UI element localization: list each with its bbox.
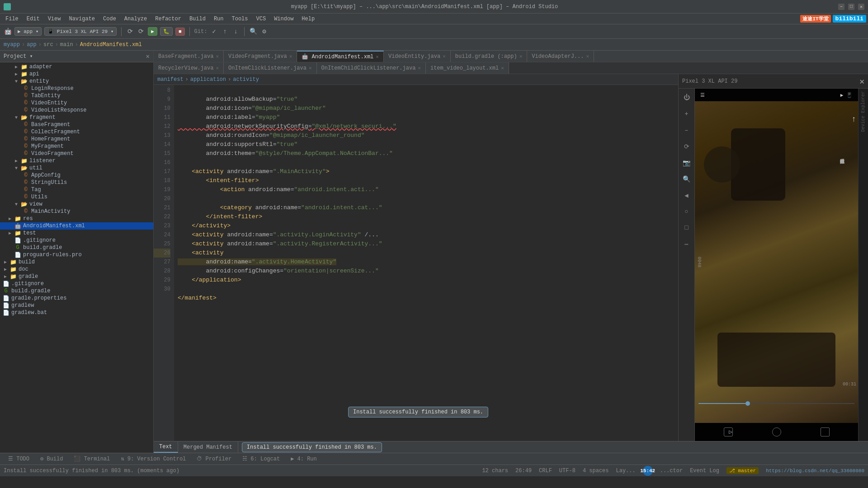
time-badge[interactable]: 15:42 [643,466,653,476]
tree-item-res[interactable]: ▶ 📁 res [0,215,153,222]
menu-build[interactable]: Build [186,15,209,23]
tree-item-loginresponse[interactable]: © LoginResponse [0,85,153,92]
tree-item-gitignore-app[interactable]: 📄 .gitignore [0,237,153,244]
tab-onitemchildclick[interactable]: OnItemChildClickListener.java ✕ [317,62,426,74]
tree-item-utils[interactable]: © Utils [0,193,153,201]
emu-back-btn[interactable]: ◀ [681,190,692,201]
breadcrumb-manifest[interactable]: AndroidManifest.xml [80,42,142,48]
tree-item-listener[interactable]: ▶ 📁 listener [0,157,153,164]
tree-item-appconfig[interactable]: © AppConfig [0,172,153,179]
search-icon[interactable]: 🔍 [249,28,257,36]
menu-tools[interactable]: Tools [228,15,252,23]
tree-item-myfragment[interactable]: © MyFragment [0,143,153,150]
tab-recyclerview[interactable]: RecyclerView.java ✕ [154,62,224,74]
tree-item-gradlew-bat[interactable]: 📄 gradlew.bat [0,309,153,316]
tree-item-api[interactable]: ▶ 📁 api [0,70,153,78]
menu-window[interactable]: Window [270,15,297,23]
tree-item-buildgradle-app[interactable]: G build.gradle [0,244,153,251]
settings-icon[interactable]: ⚙ [260,28,268,36]
tab-close-videoadapter[interactable]: ✕ [586,53,589,59]
tree-item-tabentity[interactable]: © TabEntity [0,92,153,99]
tab-close-recyclerview[interactable]: ✕ [216,65,219,71]
git-push-icon[interactable]: ↑ [221,28,229,36]
tab-close-onitemchildclick[interactable]: ✕ [418,65,421,71]
text-tab-text[interactable]: Text [154,441,178,453]
maximize-button[interactable]: □ [848,4,854,10]
menu-file[interactable]: File [2,15,22,23]
tree-item-proguard[interactable]: 📄 proguard-rules.pro [0,251,153,258]
emu-volume-up-btn[interactable]: + [681,108,692,119]
tab-basefragment[interactable]: BaseFragment.java ✕ [154,51,224,62]
emu-zoom-btn[interactable]: 🔍 [681,174,692,184]
bottom-tab-vcs[interactable]: ⇅ 9: Version Control [116,455,190,463]
menu-navigate[interactable]: Navigate [65,15,99,23]
emu-power-btn[interactable]: ⏻ [681,92,692,103]
tree-item-fragment[interactable]: ▼ 📂 fragment [0,114,153,121]
tab-buildgradle-app[interactable]: build.gradle (:app) ✕ [451,51,527,62]
bottom-tab-todo[interactable]: ☰ TODO [4,455,34,463]
tab-close-buildgradle[interactable]: ✕ [519,53,523,59]
tab-videoentity[interactable]: VideoEntity.java ✕ [384,51,451,62]
git-check-icon[interactable]: ✓ [210,28,218,36]
emu-more-btn[interactable]: ⋯ [681,239,692,249]
tree-item-gradlew[interactable]: 📄 gradlew [0,302,153,309]
tab-close-basefragment[interactable]: ✕ [216,53,219,59]
tab-onitemclick[interactable]: OnItemClickListener.java ✕ [224,62,316,74]
sync-icon[interactable]: ⟳ [126,28,134,36]
bottom-tab-build[interactable]: ⚙ Build [36,455,67,463]
tree-item-build-root[interactable]: ▶ 📁 build [0,258,153,266]
tab-videoadapter[interactable]: VideoAdapterJ... ✕ [527,51,594,62]
tab-videofragment[interactable]: VideoFragment.java ✕ [224,51,297,62]
phone-home-btn[interactable] [772,427,781,436]
code-editor[interactable]: manifest › application › activity 8 9 10… [154,74,678,441]
emu-volume-down-btn[interactable]: – [681,125,692,136]
tab-close-videoentity[interactable]: ✕ [443,53,446,59]
tree-item-view[interactable]: ▼ 📂 view [0,201,153,208]
close-button[interactable]: ✕ [858,4,864,10]
bottom-tab-terminal[interactable]: ⬛ Terminal [69,455,114,463]
minimize-button[interactable]: – [838,4,844,10]
tree-item-androidmanifest[interactable]: 🤖 AndroidManifest.xml [0,222,153,230]
nav-activity[interactable]: activity [233,76,259,83]
emu-screenshot-btn[interactable]: 📷 [681,157,692,168]
tab-itemvideolayout[interactable]: item_video_layout.xml ✕ [426,62,509,74]
tab-close-onitemclick[interactable]: ✕ [309,65,312,71]
tab-close-itemvideolayout[interactable]: ✕ [501,65,504,71]
tab-close-videofragment[interactable]: ✕ [289,53,292,59]
tree-item-videolistresponse[interactable]: © VideoListResponse [0,107,153,114]
menu-run[interactable]: Run [210,15,227,23]
device-selector[interactable]: 📱 Pixel 3 XL API 29 ▾ [44,27,117,36]
bottom-tab-logcat[interactable]: ☵ 6: Logcat [238,455,284,463]
stop-button[interactable]: ■ [175,28,185,36]
phone-recents-btn[interactable] [821,427,830,436]
tree-item-collectfragment[interactable]: © CollectFragment [0,128,153,136]
tree-item-doc[interactable]: ▶ 📁 doc [0,266,153,273]
tree-item-util[interactable]: ▼ 📂 util [0,164,153,172]
emulator-close-btn[interactable]: ✕ [859,76,864,86]
tab-androidmanifest[interactable]: 🤖 AndroidManifest.xml ✕ [297,51,384,62]
debug-button[interactable]: 🐛 [160,27,173,36]
nav-application[interactable]: application [190,76,226,83]
breadcrumb-main[interactable]: main [60,42,73,48]
menu-refactor[interactable]: Refactor [151,15,185,23]
tree-item-videoentity[interactable]: © VideoEntity [0,99,153,107]
tab-close-androidmanifest[interactable]: ✕ [376,54,379,60]
text-tab-merged[interactable]: Merged Manifest [178,441,238,453]
breadcrumb-src[interactable]: src [43,42,53,48]
menu-view[interactable]: View [44,15,65,23]
tree-item-adapter[interactable]: ▶ 📁 adapter [0,63,153,70]
breadcrumb-app[interactable]: app [27,42,37,48]
tree-item-homefragment[interactable]: © HomeFragment [0,136,153,143]
tree-item-stringutils[interactable]: © StringUtils [0,179,153,186]
tree-item-test[interactable]: ▶ 📁 test [0,230,153,237]
module-selector[interactable]: ▶ app ▾ [14,27,42,36]
menu-edit[interactable]: Edit [23,15,43,23]
emu-rotate-btn[interactable]: ⟳ [681,141,692,152]
tree-item-gradle-root[interactable]: ▶ 📁 gradle [0,273,153,280]
status-event-log[interactable]: Event Log [690,468,719,474]
menu-analyze[interactable]: Analyze [121,15,151,23]
tree-item-gitignore-root[interactable]: 📄 .gitignore [0,280,153,287]
emu-home-btn[interactable]: ○ [681,206,692,217]
menu-code[interactable]: Code [99,15,120,23]
menu-vcs[interactable]: VCS [253,15,270,23]
